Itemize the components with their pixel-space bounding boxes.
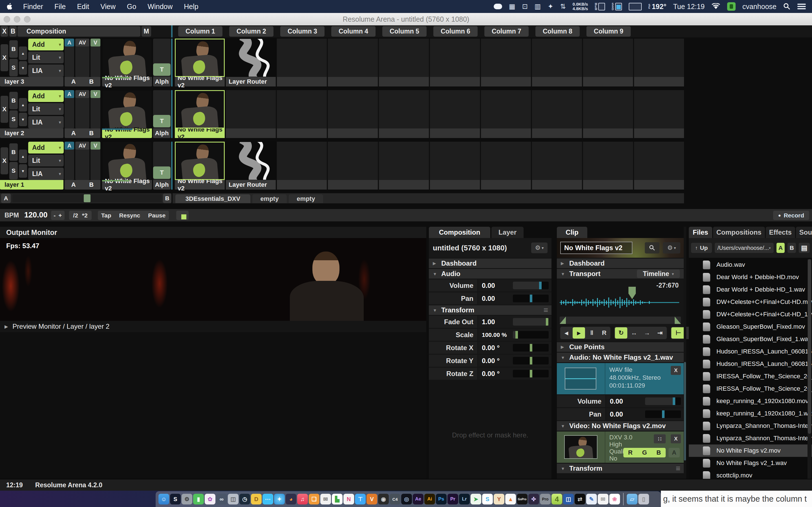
blend-mode-dropdown[interactable]: Add▾: [28, 90, 64, 102]
file-row[interactable]: IRESSA_Follow_The_Science_26_sides_Pr...: [689, 383, 812, 395]
rotate-x-slider[interactable]: [513, 344, 549, 351]
play-once-button[interactable]: →: [641, 327, 653, 339]
resync-button[interactable]: Resync: [119, 212, 140, 219]
column-header-button[interactable]: Column 5: [382, 26, 426, 37]
bpm-value[interactable]: 120.00: [24, 211, 48, 219]
dock-app-icon[interactable]: Lr: [459, 494, 470, 504]
layer-up-button[interactable]: ▲: [19, 98, 27, 112]
deck-tab[interactable]: empty: [252, 194, 287, 203]
dock-app-icon[interactable]: GoPro: [517, 494, 527, 504]
bank-b-button[interactable]: B: [788, 243, 796, 253]
layer-clear-button[interactable]: X: [1, 147, 8, 174]
dock-app-icon[interactable]: Ai: [424, 494, 435, 504]
ssd-meter[interactable]: SSD: [612, 3, 622, 10]
master-button[interactable]: M: [142, 26, 151, 37]
dock-app-icon[interactable]: ▲: [505, 494, 516, 504]
rotate-y-slider[interactable]: [513, 357, 549, 364]
wifi-icon[interactable]: [711, 3, 720, 10]
section-transform[interactable]: ▼Transform≡: [429, 305, 552, 315]
menu-item[interactable]: Window: [147, 3, 172, 11]
layer-up-button[interactable]: ▲: [19, 150, 27, 163]
clear-all-button[interactable]: X: [1, 26, 8, 37]
trim-in-handle[interactable]: [560, 317, 566, 324]
file-row[interactable]: Hudson_IRESSA_Launch_060815_1.wav: [689, 358, 812, 370]
layer-bypass-button[interactable]: B: [9, 144, 18, 161]
tab-compositions[interactable]: Compositions: [713, 227, 765, 238]
memory-meter[interactable]: MEM: [595, 3, 605, 10]
clip-cell[interactable]: Layer Router: [226, 142, 276, 189]
dock-app-icon[interactable]: ✉: [598, 494, 608, 504]
file-row[interactable]: Audio.wav: [689, 259, 812, 271]
hold-button[interactable]: ⇥: [654, 327, 666, 339]
layer-alpha-label[interactable]: Alph: [153, 128, 170, 138]
tap-button[interactable]: Tap: [101, 212, 111, 219]
trim-range-slider[interactable]: [560, 317, 681, 324]
dock-app-icon[interactable]: Pr: [448, 494, 458, 504]
audiovideo-target-button[interactable]: AV: [75, 39, 89, 47]
tab-layer[interactable]: Layer: [492, 227, 523, 238]
bpm-half-double-button[interactable]: /2*2: [69, 211, 92, 220]
file-row[interactable]: scottclip.mov: [689, 469, 812, 479]
dock-app-icon[interactable]: S: [482, 494, 493, 504]
audio-waveform[interactable]: [560, 291, 679, 314]
column-header-button[interactable]: Column 7: [485, 26, 529, 37]
cpu-meter[interactable]: [629, 3, 642, 10]
clip-cell[interactable]: No White Flags v2: [175, 142, 225, 189]
dock-app-icon[interactable]: Ae: [413, 494, 423, 504]
pause-button[interactable]: Pause: [148, 212, 165, 219]
layer-name[interactable]: layer 2: [0, 128, 63, 138]
path-dropdown[interactable]: /Users/cvanhoose/...▾: [715, 243, 774, 253]
composition-button[interactable]: Composition: [17, 26, 140, 37]
layer-ab-assign[interactable]: AB: [64, 77, 100, 87]
dock-app-icon[interactable]: Y: [494, 494, 504, 504]
layer-name[interactable]: layer 3: [0, 77, 63, 87]
beat-indicator[interactable]: [176, 211, 189, 220]
dock-app-icon[interactable]: ♫: [297, 494, 308, 504]
menubar-clock[interactable]: Tue 12:19: [673, 3, 705, 11]
menu-item[interactable]: Go: [127, 3, 136, 11]
hamburger-icon[interactable]: ≡: [544, 305, 548, 315]
audiovideo-target-button[interactable]: AV: [75, 142, 89, 150]
tab-effects[interactable]: Effects: [766, 227, 795, 238]
record-trigger-button[interactable]: R: [599, 327, 610, 339]
menu-item[interactable]: Edit: [77, 3, 89, 11]
layer-alpha-label[interactable]: Alph: [153, 180, 170, 189]
record-button[interactable]: ●Record: [773, 211, 809, 220]
bluetooth-icon[interactable]: ✦: [548, 3, 553, 10]
clip-gear-button[interactable]: ⚙▾: [663, 242, 680, 253]
dock-app-icon[interactable]: D: [251, 494, 262, 504]
play-button[interactable]: ▶: [573, 327, 585, 339]
menu-item[interactable]: Help: [184, 3, 198, 11]
dock-app-icon[interactable]: ☺: [158, 494, 169, 504]
file-row[interactable]: No White Flags v2.mov: [689, 445, 812, 457]
clip-search-button[interactable]: [645, 242, 659, 253]
dock-app-icon[interactable]: ◫: [563, 494, 574, 504]
network-speed[interactable]: 0.0KB/s4.8KB/s: [573, 2, 588, 11]
menubar-user[interactable]: cvanhoose: [742, 3, 776, 11]
clip-name-input[interactable]: [560, 242, 632, 254]
layer-active-clip-label[interactable]: No White Flags v2: [102, 128, 152, 138]
preview-monitor-toggle[interactable]: ▶Preview Monitor / Layer / layer 2: [0, 321, 426, 332]
layer-name[interactable]: layer 1: [0, 180, 63, 189]
clip-pan-slider[interactable]: [645, 410, 681, 418]
rgb-channels-toggle[interactable]: RGB: [623, 448, 666, 457]
video-target-button[interactable]: V: [91, 90, 100, 98]
dock-app-icon[interactable]: ✿: [205, 494, 215, 504]
bank-a-button[interactable]: A: [776, 243, 785, 253]
crossfader-a-button[interactable]: A: [1, 193, 11, 203]
clip-cell[interactable]: Layer Router: [226, 39, 276, 87]
dock-app-icon[interactable]: ✉: [320, 494, 331, 504]
section-clip-audio[interactable]: ▼Audio: No White Flags v2_1.wav: [557, 353, 684, 362]
layer-ab-assign[interactable]: AB: [64, 180, 100, 189]
clip-panel-scrollbar[interactable]: [684, 227, 686, 479]
empty-clip-cells[interactable]: [277, 142, 684, 180]
layer-solo-button[interactable]: S: [9, 110, 18, 128]
layer-down-button[interactable]: ▼: [19, 61, 27, 75]
bpm-dec-inc-button[interactable]: -+: [51, 211, 64, 220]
file-row[interactable]: Gleason_SuperBowl_Fixed.mov: [689, 321, 812, 333]
dock-app-icon[interactable]: ⋯: [262, 494, 273, 504]
tab-sources[interactable]: Sources: [796, 227, 812, 238]
dock-app-icon[interactable]: Ps: [436, 494, 447, 504]
crossfader-slider[interactable]: [12, 194, 162, 202]
layer-transition-button[interactable]: T: [153, 166, 170, 179]
